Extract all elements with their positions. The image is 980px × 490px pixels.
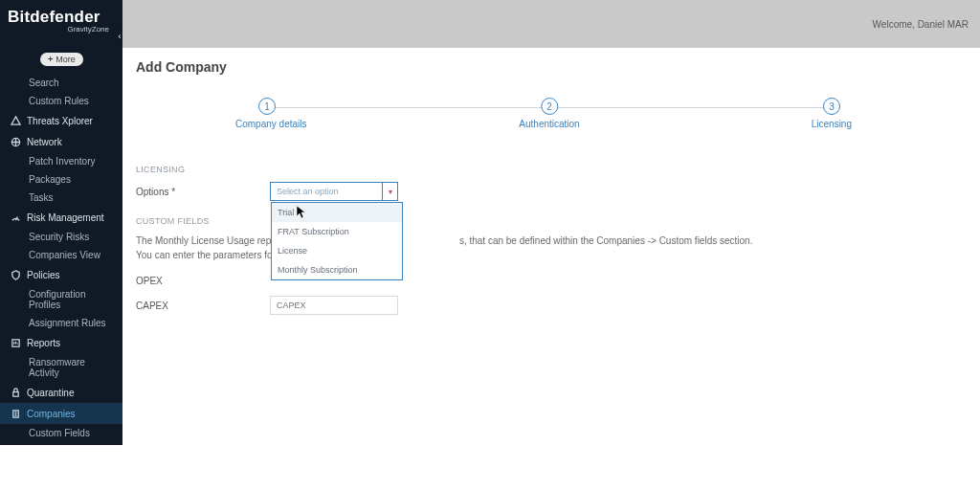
capex-input[interactable] xyxy=(270,296,398,315)
building-icon xyxy=(10,408,21,419)
sidebar-item-assignment-rules[interactable]: Assignment Rules xyxy=(0,314,122,332)
globe-icon xyxy=(10,136,21,147)
report-icon xyxy=(10,337,21,348)
sidebar-item-companies-view[interactable]: Companies View xyxy=(0,246,122,264)
option-trial[interactable]: Trial xyxy=(272,203,402,222)
sidebar-item-companies[interactable]: Companies xyxy=(0,403,122,424)
sidebar-item-patch-inventory[interactable]: Patch Inventory xyxy=(0,152,122,170)
sidebar-item-packages[interactable]: Packages xyxy=(0,170,122,189)
options-label: Options * xyxy=(136,187,270,197)
sidebar-item-custom-fields[interactable]: Custom Fields xyxy=(0,424,122,442)
options-dropdown: Trial FRAT Subscription License Monthly … xyxy=(271,202,403,280)
step-licensing[interactable]: 3 Licensing xyxy=(812,98,840,129)
option-frat-subscription[interactable]: FRAT Subscription xyxy=(272,222,402,241)
brand: Bitdefender GravityZone xyxy=(0,0,122,37)
sidebar-item-configuration-profiles[interactable]: Configuration Profiles xyxy=(0,285,122,314)
sidebar-item-tasks[interactable]: Tasks xyxy=(0,189,122,207)
sidebar-item-search[interactable]: Search xyxy=(0,74,122,92)
sidebar: Bitdefender GravityZone ‹ + More Search … xyxy=(0,0,122,445)
step-authentication[interactable]: 2 Authentication xyxy=(519,98,579,129)
opex-row: OPEX xyxy=(136,276,963,286)
sidebar-item-threats-xplorer[interactable]: Threats Xplorer xyxy=(0,110,122,131)
capex-label: CAPEX xyxy=(136,301,270,311)
capex-row: CAPEX xyxy=(136,296,963,315)
sidebar-item-custom-rules[interactable]: Custom Rules xyxy=(0,92,122,110)
sidebar-item-risk-management[interactable]: Risk Management xyxy=(0,207,122,228)
select-placeholder: Select an option xyxy=(277,187,339,196)
sidebar-item-ransomware-activity[interactable]: Ransomware Activity xyxy=(0,353,122,382)
step-number: 2 xyxy=(541,98,558,115)
custom-fields-heading: CUSTOM FIELDS xyxy=(136,216,963,226)
plus-icon: + xyxy=(48,55,53,64)
gauge-icon xyxy=(10,212,21,223)
step-label: Licensing xyxy=(812,119,852,129)
svg-rect-2 xyxy=(12,391,18,396)
sidebar-item-reports[interactable]: Reports xyxy=(0,332,122,353)
more-pill[interactable]: + More xyxy=(40,53,83,66)
custom-fields-description: The Monthly License Usage report can inc… xyxy=(136,234,963,262)
step-label: Company details xyxy=(235,119,306,129)
sidebar-item-security-risks[interactable]: Security Risks xyxy=(0,228,122,246)
opex-label: OPEX xyxy=(136,276,270,286)
page-title: Add Company xyxy=(136,59,963,75)
licensing-heading: LICENSING xyxy=(136,165,963,174)
sidebar-item-network[interactable]: Network xyxy=(0,131,122,152)
options-row: Options * Select an option ▾ Trial FRAT … xyxy=(136,182,963,201)
step-number: 3 xyxy=(823,98,840,115)
brand-name: Bitdefender xyxy=(8,8,115,27)
more-label: More xyxy=(56,55,76,64)
sidebar-nav: Search Custom Rules Threats Xplorer Netw… xyxy=(0,72,122,442)
welcome-text: Welcome, Daniel MAR xyxy=(873,19,969,30)
alert-icon xyxy=(10,115,21,126)
step-company-details[interactable]: 1 Company details xyxy=(258,98,306,129)
shield-icon xyxy=(10,269,21,280)
stepper: 1 Company details 2 Authentication 3 Lic… xyxy=(258,98,840,144)
step-label: Authentication xyxy=(519,119,579,129)
option-license[interactable]: License xyxy=(272,241,402,260)
option-monthly-subscription[interactable]: Monthly Subscription xyxy=(272,260,402,279)
lock-icon xyxy=(10,387,21,398)
options-select[interactable]: Select an option ▾ Trial FRAT Subscripti… xyxy=(270,182,398,201)
topbar: Welcome, Daniel MAR xyxy=(122,0,980,48)
step-number: 1 xyxy=(258,98,276,115)
sidebar-item-quarantine[interactable]: Quarantine xyxy=(0,382,122,403)
main-content: Add Company 1 Company details 2 Authenti… xyxy=(122,48,980,490)
caret-down-icon: ▾ xyxy=(382,183,397,200)
sidebar-item-policies[interactable]: Policies xyxy=(0,264,122,285)
